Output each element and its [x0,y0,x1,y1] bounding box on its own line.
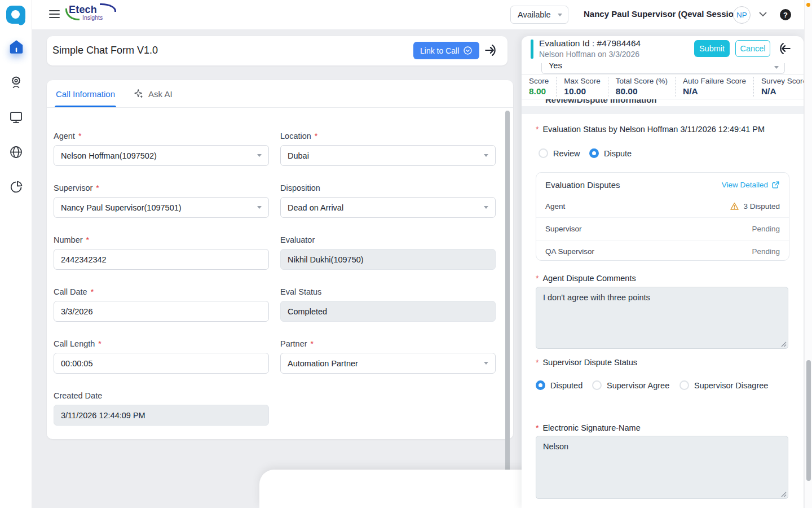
evaluation-disputes-card: Evaluation Disputes View Detailed Agent … [536,172,789,261]
required-asterisk [96,183,99,192]
form-scrollbar-thumb[interactable] [505,111,510,508]
sidebar-item-home[interactable] [0,29,32,64]
score-item: Max Score 10.00 [556,77,608,97]
sidebar-item-monitor[interactable] [0,99,32,134]
page-scrollbar-thumb[interactable] [806,360,811,481]
tab-call-information[interactable]: Call Information [55,80,116,107]
chevron-down-icon [484,206,488,209]
warning-icon [730,202,739,211]
resize-handle-icon[interactable] [781,341,787,347]
readonly-value: 3/11/2026 12:44:09 PM [61,411,145,420]
field-label: Agent [54,132,75,141]
number-input[interactable]: 2442342342 [54,249,269,270]
agent-select[interactable]: Nelson Hoffman(1097502) [54,145,269,166]
textarea-value: I don't agree with three points [543,293,650,302]
supervisor-select[interactable]: Nancy Paul Supervisor(1097501) [54,197,269,218]
score-value: N/A [683,86,746,97]
help-glyph: ? [783,11,788,19]
partner-select[interactable]: Automation Partner [280,353,496,374]
agent-gear-icon [8,75,24,90]
radio-dispute[interactable] [589,148,599,158]
field-label: Number [54,235,83,244]
field-label: Created Date [54,391,102,400]
dispute-role: Supervisor [545,225,582,233]
field-label: Call Length [54,339,95,348]
label-text: Electronic Signature-Name [542,423,640,432]
electronic-signature-label: * Electronic Signature-Name [536,423,641,432]
option-supervisor-agree[interactable]: Supervisor Agree [592,380,669,390]
help-icon[interactable]: ? [780,9,791,20]
view-detailed-link[interactable]: View Detailed [722,181,780,189]
option-supervisor-disagree[interactable]: Supervisor Disagree [679,380,768,390]
dispute-row-supervisor: Supervisor Pending [536,217,789,240]
sidebar-item-web[interactable] [0,134,32,169]
radio-label: Dispute [604,149,632,158]
tab-ask-ai[interactable]: Ask AI [132,80,174,107]
select-value: Nelson Hoffman(1097502) [61,151,157,160]
tab-label: Call Information [56,89,115,99]
chevron-down-icon [257,154,262,157]
select-value: Automation Partner [288,359,358,368]
scrollbar-notification-dot [806,3,810,7]
call-length-input[interactable]: 00:00:05 [54,353,269,374]
radio-review[interactable] [539,148,548,158]
select-value: Dubai [288,151,309,160]
dispute-row-qa-supervisor: QA Supervisor Pending [536,240,789,261]
agent-dispute-comments-textarea[interactable]: I don't agree with three points [536,287,788,349]
score-item: Auto Failure Score N/A [675,77,753,97]
availability-value: Available [518,10,551,19]
avatar[interactable]: NP [733,6,751,24]
chevron-down-icon [484,362,488,365]
score-item: Score 8.00 [522,77,556,97]
resize-handle-icon[interactable] [781,492,787,497]
score-label: Total Score (%) [616,77,668,85]
required-asterisk: * [536,274,539,283]
qeval-logo[interactable] [6,6,25,24]
evaluation-id: Evaluation Id : #47984464 [539,38,641,49]
page-scrollbar[interactable] [804,0,812,508]
field-label: Location [280,132,311,141]
form-fields: Agent Nelson Hoffman(1097502) Location D… [47,108,513,426]
open-panel-arrow-icon[interactable] [484,43,498,58]
required-asterisk [98,339,101,348]
radio-supervisor-disagree[interactable] [679,380,689,390]
radio-supervisor-agree[interactable] [592,380,602,390]
circle-chevron-down-icon [463,46,473,55]
submit-button[interactable]: Submit [694,40,730,57]
sidebar-item-agent-settings[interactable] [0,64,32,99]
evaluator-readonly-field: Nikhil Dukhi(109750) [280,249,496,270]
required-asterisk [91,287,94,296]
section-divider [522,106,804,114]
status-option-dispute[interactable]: Dispute [589,148,632,158]
chevron-down-icon [484,154,488,157]
dispute-row-agent: Agent 3 Disputed [536,195,789,217]
score-label: Score [529,77,549,85]
collapse-panel-arrow-icon[interactable] [777,41,792,56]
link-to-call-button[interactable]: Link to Call [413,42,479,59]
sidebar-item-reports[interactable] [0,169,32,204]
call-date-input[interactable]: 3/3/2026 [54,301,269,322]
required-asterisk [311,339,314,348]
clipped-question-answer-select[interactable]: Yes [541,63,785,74]
score-value: N/A [761,86,804,97]
select-value: Yes [549,63,562,70]
hamburger-menu-icon[interactable] [49,10,60,19]
cancel-button[interactable]: Cancel [735,40,770,57]
status-option-review[interactable]: Review [539,148,580,158]
view-detailed-label: View Detailed [722,181,768,189]
dispute-status: Pending [752,247,780,256]
dispute-status: Pending [752,225,780,233]
disputes-card-title: Evaluation Disputes [545,180,620,190]
user-menu-chevron-icon[interactable] [759,12,767,17]
electronic-signature-textarea[interactable]: Nelson [536,436,788,499]
disposition-select[interactable]: Dead on Arrival [280,197,496,218]
field-created-date: Created Date 3/11/2026 12:44:09 PM [54,391,269,426]
etech-insights-logo: Etech Insights [69,4,114,25]
evaluation-status-heading: * Evaluation Status by Nelson Hoffman 3/… [536,125,765,134]
field-label: Supervisor [54,183,92,192]
radio-disputed[interactable] [536,380,545,390]
location-select[interactable]: Dubai [280,145,496,166]
availability-dropdown[interactable]: Available [510,6,568,24]
evaluation-panel: Evaluation Id : #47984464 Nelson Hoffman… [522,36,804,508]
option-disputed[interactable]: Disputed [536,380,582,390]
